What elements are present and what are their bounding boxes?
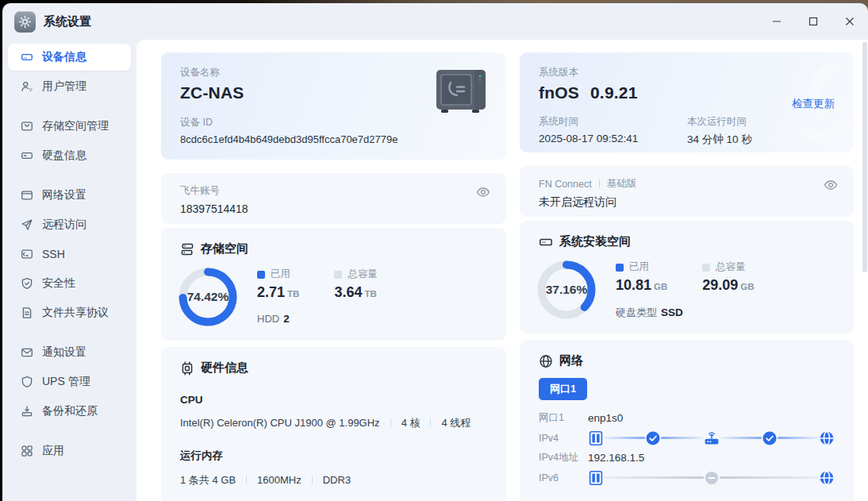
ipv4-status-row: IPv4 <box>539 428 835 448</box>
eye-icon[interactable] <box>824 179 838 195</box>
fn-connect-card: FN Connect 基础版 未开启远程访问 <box>520 166 854 217</box>
ram-label: 运行内存 <box>180 449 487 463</box>
system-total-legend: 总容量 29.09GB <box>702 260 754 294</box>
minimize-button[interactable] <box>759 3 795 40</box>
system-disk-type: 硬盘类型SSD <box>616 306 755 320</box>
document-icon <box>21 306 33 319</box>
storage-percent: 74.42% <box>176 265 240 329</box>
sidebar-item-notifications[interactable]: 通知设置 <box>8 339 131 366</box>
fn-account-card: 飞牛账号 18397514418 <box>161 173 506 224</box>
fn-connect-label: FN Connect <box>539 179 592 190</box>
version-label: 系统版本 <box>539 66 835 79</box>
sidebar-item-apps[interactable]: 应用 <box>8 437 131 464</box>
device-id-label: 设备 ID <box>180 116 487 129</box>
sidebar-item-network-settings[interactable]: 网络设置 <box>8 182 131 209</box>
nas-device-illustration <box>435 68 487 118</box>
eye-icon[interactable] <box>476 186 490 202</box>
system-version-card: 系统版本 fnOS 0.9.21 检查更新 系统时间 2025-08-17 09… <box>520 52 854 152</box>
system-used-legend: 已用 10.81GB <box>616 260 667 294</box>
device-id-value: 8cdc6c1efd4b4b649debd3d95ffcca70e7d2779e <box>180 133 487 145</box>
sidebar-item-remote-access[interactable]: 远程访问 <box>8 211 131 238</box>
network-card-title: 网络 <box>559 353 583 368</box>
sidebar-item-disk-info[interactable]: 硬盘信息 <box>8 142 131 169</box>
system-donut-chart: 37.16% <box>535 258 598 322</box>
sidebar-item-user-management[interactable]: 用户管理 <box>8 73 131 100</box>
ipv4-address-row: IPv4地址 192.168.1.5 <box>539 448 835 468</box>
maximize-button[interactable] <box>795 3 832 40</box>
system-settings-window: 系统设置 设备信息 用户管理 <box>2 3 868 501</box>
shield-check-icon <box>21 277 33 290</box>
sidebar-item-backup-restore[interactable]: 备份和还原 <box>8 398 131 425</box>
internet-globe-icon <box>819 430 835 446</box>
device-name-card: 设备名称 ZC-NAS 设备 ID 8cdc6c1efd4b4b649debd3… <box>161 52 506 160</box>
settings-gear-icon <box>14 11 36 33</box>
fn-connect-tier: 基础版 <box>607 177 637 191</box>
storage-used-legend: 已用 2.71TB <box>257 268 299 301</box>
nas-node-icon <box>588 470 604 486</box>
nas-node-icon <box>588 430 604 446</box>
ipv4-check-icon <box>645 430 661 446</box>
storage-stack-icon <box>180 242 194 256</box>
hardware-card-title: 硬件信息 <box>201 360 248 376</box>
sidebar-item-ups[interactable]: UPS 管理 <box>8 368 131 395</box>
envelope-icon <box>21 346 33 359</box>
storage-donut-chart: 74.42% <box>176 265 240 329</box>
cpu-specs: Intel(R) Celeron(R) CPU J1900 @ 1.99GHz4… <box>180 416 487 430</box>
paper-plane-icon <box>21 218 33 231</box>
user-icon <box>21 80 33 93</box>
browser-window-icon <box>21 189 33 202</box>
check-update-link[interactable]: 检查更新 <box>792 97 835 111</box>
system-disk-icon <box>539 235 553 249</box>
backup-download-icon <box>21 405 33 418</box>
divider <box>599 179 600 188</box>
hardware-info-card: 硬件信息 CPU Intel(R) Celeron(R) CPU J1900 @… <box>161 347 506 501</box>
uptime: 本次运行时间 34 分钟 10 秒 <box>687 115 752 147</box>
sidebar: 设备信息 用户管理 存储空间管理 硬盘信息 <box>2 40 136 501</box>
ram-specs: 1 条共 4 GB1600MHzDDR3 <box>180 473 487 488</box>
os-version: 0.9.21 <box>590 83 638 102</box>
port-interface-value: enp1s0 <box>588 412 623 424</box>
network-card: 网络 网口1 网口1 enp1s0 IPv4 <box>520 340 854 501</box>
storage-inbox-icon <box>21 120 33 133</box>
system-percent: 37.16% <box>535 258 598 322</box>
ipv4-address-value: 192.168.1.5 <box>588 452 644 464</box>
storage-disk-count: HDD2 <box>257 313 378 325</box>
system-time: 系统时间 2025-08-17 09:52:41 <box>539 115 687 147</box>
sidebar-item-storage-management[interactable]: 存储空间管理 <box>8 113 131 140</box>
storage-total-legend: 总容量 3.64TB <box>334 268 378 301</box>
apps-grid-icon <box>21 445 33 457</box>
globe-icon <box>539 354 553 368</box>
shield-icon <box>21 376 33 388</box>
scrollbar[interactable] <box>862 42 867 272</box>
port1-tab-button[interactable]: 网口1 <box>539 378 587 400</box>
sidebar-item-device-info[interactable]: 设备信息 <box>8 44 131 71</box>
close-button[interactable] <box>832 3 868 40</box>
system-install-card: 系统安装空间 37.16% <box>520 221 854 333</box>
window-title: 系统设置 <box>44 14 91 29</box>
sidebar-item-file-sharing[interactable]: 文件共享协议 <box>8 299 131 326</box>
terminal-icon <box>21 248 33 260</box>
content-panel: 设备名称 ZC-NAS 设备 ID 8cdc6c1efd4b4b649debd3… <box>136 40 868 501</box>
ipv4-check-icon <box>762 430 778 446</box>
os-name: fnOS <box>539 83 579 102</box>
hard-drive-icon <box>21 51 33 64</box>
sidebar-item-ssh[interactable]: SSH <box>8 241 131 268</box>
fn-account-value: 18397514418 <box>180 202 487 215</box>
sidebar-item-security[interactable]: 安全性 <box>8 270 131 297</box>
titlebar: 系统设置 <box>2 3 868 40</box>
cpu-label: CPU <box>180 394 487 406</box>
fn-account-label: 飞牛账号 <box>180 184 487 198</box>
chip-icon <box>180 361 194 376</box>
storage-card-title: 存储空间 <box>201 241 248 256</box>
router-icon <box>703 430 720 446</box>
system-install-title: 系统安装空间 <box>559 234 631 249</box>
ipv6-status-row: IPv6 <box>539 468 835 488</box>
disk-icon <box>21 149 33 162</box>
port-name-row: 网口1 enp1s0 <box>539 408 835 428</box>
ipv6-disabled-icon <box>704 470 720 486</box>
internet-globe-icon <box>819 470 835 486</box>
fn-connect-status: 未开启远程访问 <box>539 195 835 210</box>
storage-space-card: 存储空间 74.42% <box>161 228 506 341</box>
